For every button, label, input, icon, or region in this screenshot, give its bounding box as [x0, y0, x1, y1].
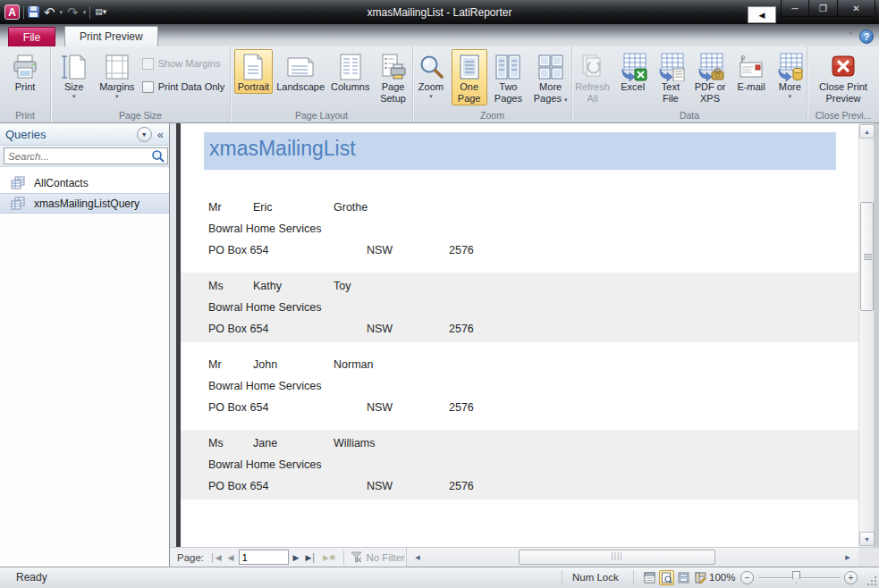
vertical-scrollbar[interactable]: ▲ ▼	[858, 123, 874, 547]
nav-pane-items: AllContacts xmasMailingListQuery	[0, 167, 169, 214]
report-view-icon[interactable]	[642, 570, 657, 585]
size-button[interactable]: Size ▾	[56, 49, 92, 101]
landscape-button[interactable]: Landscape	[275, 49, 326, 94]
minimize-ribbon-icon[interactable]: ˆ	[849, 32, 852, 42]
status-text: Ready	[16, 571, 47, 584]
layout-view-icon[interactable]	[676, 570, 691, 585]
postcode: 2576	[449, 244, 474, 256]
ribbon: Print Print Size ▾	[0, 46, 879, 123]
record-navigator: Page: │◀ ◀ ▶ ▶│ ▶✱ No Filter	[170, 548, 407, 567]
state: NSW	[367, 323, 393, 335]
nav-item-xmasmailinglistquery[interactable]: xmasMailingListQuery	[0, 193, 169, 214]
search-input[interactable]	[4, 150, 151, 163]
tab-file[interactable]: File	[8, 27, 55, 46]
next-page-icon[interactable]: ▶	[292, 553, 301, 562]
zoom-out-icon[interactable]: −	[740, 571, 754, 584]
record-row: Mr John Norman Bowral Home Services PO B…	[181, 351, 858, 421]
last-name: Williams	[334, 437, 376, 449]
quick-access-toolbar: A ↶ ▾ ↷ ▾ ▤▾	[0, 4, 107, 20]
horizontal-scroll-thumb[interactable]	[519, 550, 715, 565]
scrollbar-corner	[858, 548, 879, 567]
pdf-xps-icon	[696, 52, 724, 81]
maximize-button[interactable]: ❐	[809, 0, 838, 17]
export-excel-button[interactable]: Excel	[615, 49, 650, 94]
address: PO Box 654	[208, 401, 268, 414]
page-setup-icon	[380, 52, 407, 81]
horizontal-scrollbar[interactable]: ◀ ▶	[407, 548, 858, 567]
more-pages-dropdown-icon: ▾	[564, 97, 568, 103]
export-text-file-button[interactable]: Text File	[653, 49, 688, 105]
zoom-slider-thumb[interactable]	[792, 571, 800, 584]
preview-margin	[170, 123, 176, 547]
zoom-button[interactable]: Zoom ▾	[413, 49, 449, 101]
undo-dropdown-icon[interactable]: ▾	[60, 9, 63, 16]
one-page-icon	[458, 52, 481, 81]
nav-pane-menu-icon[interactable]: ▼	[137, 127, 152, 142]
access-app-icon[interactable]: A	[4, 4, 20, 20]
previous-page-icon[interactable]: ◀	[226, 553, 236, 562]
two-pages-button[interactable]: Two Pages	[490, 49, 528, 105]
print-preview-view-icon[interactable]	[659, 570, 674, 585]
shutter-bar-close-icon[interactable]: «	[157, 128, 164, 141]
first-page-icon[interactable]: │◀	[208, 553, 224, 562]
title-bar: A ↶ ▾ ↷ ▾ ▤▾ xmasMailingList - LatiRepor…	[0, 0, 879, 24]
window-edge	[874, 123, 879, 547]
margins-button[interactable]: Margins ▾	[96, 49, 139, 101]
print-data-only-checkbox[interactable]: Print Data Only	[142, 78, 225, 96]
resize-grip[interactable]	[866, 575, 877, 586]
group-label-page-size: Page Size	[51, 109, 230, 122]
current-page-input[interactable]	[239, 550, 289, 565]
zoom-icon	[418, 52, 444, 81]
help-icon[interactable]: ?	[859, 29, 874, 44]
export-email-button[interactable]: E-mail	[732, 49, 771, 94]
export-pdf-xps-button[interactable]: PDF or XPS	[690, 49, 729, 105]
printer-icon	[11, 52, 39, 81]
close-button[interactable]: ✕	[838, 0, 875, 17]
separator	[23, 6, 24, 19]
nav-item-allcontacts[interactable]: AllContacts	[0, 172, 169, 193]
customize-qat-icon[interactable]: ▤▾	[94, 6, 107, 18]
undo-icon[interactable]: ↶	[43, 6, 56, 18]
search-icon[interactable]	[151, 149, 165, 164]
scroll-left-icon[interactable]: ◀	[410, 550, 425, 565]
group-print: Print Print	[0, 46, 51, 122]
separator	[633, 570, 634, 585]
access-print-preview-window: { "window": { "title": "xmasMailingList …	[0, 0, 879, 588]
salutation: Mr	[208, 201, 222, 214]
scroll-up-icon[interactable]: ▲	[859, 124, 875, 139]
address: PO Box 654	[208, 323, 268, 335]
margins-icon	[105, 52, 130, 81]
salutation: Mr	[208, 358, 222, 371]
postcode: 2576	[449, 480, 474, 492]
page-size-icon	[61, 52, 88, 81]
refresh-all-button: Refresh All	[572, 49, 613, 105]
columns-button[interactable]: Columns	[328, 49, 372, 94]
nav-pane-header[interactable]: Queries ▼ «	[0, 123, 169, 146]
last-page-icon[interactable]: ▶│	[303, 553, 318, 562]
minimize-button[interactable]: ─	[781, 0, 809, 17]
vertical-scroll-thumb[interactable]	[860, 202, 874, 311]
group-label-close-preview: Close Previ...	[807, 109, 879, 122]
scroll-down-icon[interactable]: ▼	[859, 532, 875, 546]
checkbox-icon[interactable]	[142, 81, 154, 93]
tab-print-preview[interactable]: Print Preview	[64, 26, 158, 46]
one-page-button[interactable]: One Page	[452, 49, 487, 105]
more-export-icon	[775, 52, 804, 81]
company: Bowral Home Services	[208, 458, 321, 471]
scroll-left-button[interactable]: ◀	[748, 6, 776, 23]
page-setup-button[interactable]: Page Setup	[374, 49, 412, 105]
view-shortcut-buttons	[642, 570, 708, 585]
portrait-button[interactable]: Portrait	[234, 49, 273, 94]
close-print-preview-button[interactable]: Close Print Preview	[811, 49, 875, 105]
export-more-button[interactable]: More ▾	[773, 49, 807, 101]
zoom-in-icon[interactable]: +	[844, 571, 858, 584]
last-name: Norman	[334, 358, 373, 371]
save-icon[interactable]	[28, 6, 39, 18]
state: NSW	[367, 480, 393, 492]
last-name: Grothe	[334, 201, 368, 214]
scroll-right-icon[interactable]: ▶	[841, 550, 855, 565]
design-view-icon[interactable]	[693, 570, 708, 585]
more-pages-button[interactable]: More Pages ▾	[529, 49, 571, 105]
state: NSW	[367, 244, 393, 256]
print-button[interactable]: Print	[4, 49, 46, 94]
